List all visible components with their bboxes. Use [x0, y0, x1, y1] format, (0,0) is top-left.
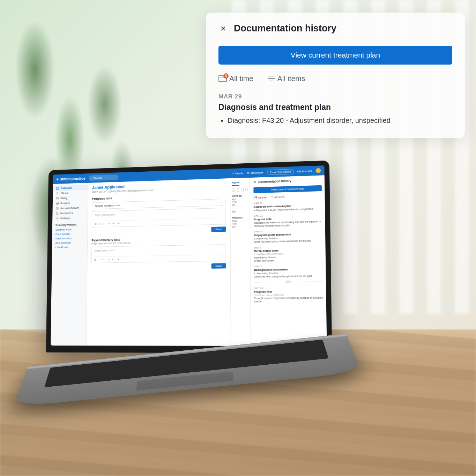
calendar-badge-icon: [218, 75, 227, 82]
people-icon: [56, 192, 59, 195]
callout-entry-title: Diagnosis and treatment plan: [218, 103, 452, 112]
doc-history-title: Documentation history: [258, 179, 291, 184]
filter-items[interactable]: ☰ All items: [271, 195, 284, 199]
save-psych-button[interactable]: Save: [211, 263, 226, 269]
italic-icon[interactable]: I: [99, 223, 100, 226]
svg-rect-7: [58, 202, 59, 204]
italic-icon[interactable]: I: [98, 258, 99, 261]
editor-placeholder: Begin typing here...: [95, 247, 223, 255]
sidebar: Calendar Clients Billing Reports: [51, 183, 88, 345]
entry-body: Discussed the reason for overthinking an…: [254, 220, 322, 228]
filter-time-label: All time: [229, 74, 253, 83]
sidebar-item-label: Clients: [61, 192, 69, 195]
sidebar-item-label: Reports: [60, 201, 69, 204]
svg-rect-5: [56, 203, 57, 204]
app-body: Calendar Clients Billing Reports: [51, 175, 327, 346]
history-entry[interactable]: MAR 5 Mental status exam CLINICIAN: WILL…: [254, 245, 322, 262]
card-icon: [56, 197, 59, 200]
laptop-bezel: simplepractice ⌕ Search + Create ✉ Messa…: [46, 161, 332, 354]
callout-title: Documentation history: [234, 23, 336, 34]
list-icon[interactable]: ≡: [102, 258, 103, 261]
create-button[interactable]: + Create: [232, 171, 244, 175]
search-placeholder: Search: [93, 176, 102, 179]
filter-items-label: All items: [274, 195, 284, 199]
sidebar-item-label: Billing: [60, 196, 67, 200]
chevron-down-icon: ▾: [221, 201, 223, 204]
messages-label: Messages: [251, 171, 263, 174]
entry-body: Appearance: Normal Dress: Appropriate: [254, 255, 323, 262]
numlist-icon[interactable]: ⋮≡: [106, 222, 110, 225]
create-label: Create: [235, 171, 244, 175]
my-account-link[interactable]: My Account: [297, 169, 312, 173]
undo-icon[interactable]: ↶: [112, 222, 115, 225]
filter-time[interactable]: All time: [218, 74, 253, 83]
list-icon[interactable]: ≡: [102, 223, 103, 226]
svg-rect-0: [57, 187, 59, 189]
callout-entry-date: MAR 29: [218, 93, 452, 100]
edit-link[interactable]: Edit: [232, 210, 236, 213]
editor-toolbar: B I ≡ ⋮≡ ↶ ↷: [95, 218, 223, 227]
entry-body: 1. Presenting Problem: Jamie has been us…: [254, 271, 323, 278]
view-treatment-plan-button[interactable]: View current treatment plan: [253, 185, 322, 193]
recent-heading: Recently Viewed: [52, 220, 88, 228]
gear-icon: [56, 217, 59, 220]
svg-rect-6: [57, 203, 58, 204]
calendar-badge-icon: [254, 196, 257, 199]
numlist-icon[interactable]: ⋮≡: [106, 258, 110, 261]
view-icon[interactable]: [241, 188, 244, 191]
plus-icon: +: [232, 172, 234, 175]
editor-toolbar: B I ≡ ⋮≡ ↶ ↷: [95, 254, 223, 263]
laptop-device: simplepractice ⌕ Search + Create ✉ Messa…: [21, 164, 356, 417]
tab-appointments[interactable]: Appoi: [232, 181, 239, 186]
redo-icon[interactable]: ↷: [117, 222, 120, 225]
progress-note-editor[interactable]: Begin typing here... B I ≡ ⋮≡ ↶ ↷: [92, 208, 226, 228]
bold-icon[interactable]: B: [95, 258, 96, 261]
callout-entry-body: Diagnosis: F43.20 - Adjustment disorder,…: [218, 116, 452, 126]
filter-icon: [267, 76, 275, 81]
psych-note-editor[interactable]: Begin typing here... B I ≡ ⋮≡ ↶ ↷: [91, 244, 226, 263]
template-select[interactable]: Simple progress note ▾: [92, 199, 226, 209]
view-icon[interactable]: [232, 188, 235, 192]
strip-line: (54: [232, 225, 248, 228]
close-icon[interactable]: ✕: [253, 180, 256, 184]
chart-icon: [56, 202, 59, 205]
earn-credit-pill[interactable]: Earn Free Credit: [267, 169, 294, 175]
filter-time-label: All time: [258, 196, 267, 199]
recent-client[interactable]: Lilly Alonso: [52, 245, 87, 250]
history-entry[interactable]: MAR 29 Diagnosis and treatment plan Diag…: [254, 200, 322, 212]
history-entry[interactable]: DEC 24 Progress note CLINICIAN: WILL MOR…: [254, 287, 323, 303]
undo-icon[interactable]: ↶: [112, 258, 114, 261]
avatar[interactable]: [316, 168, 321, 173]
history-entry[interactable]: MAR 23 Progress note Discussed the reaso…: [254, 213, 322, 228]
laptop-screen: simplepractice ⌕ Search + Create ✉ Messa…: [51, 165, 327, 346]
svg-point-2: [57, 192, 58, 193]
close-icon[interactable]: ✕: [218, 24, 228, 33]
year-divider: 2021: [254, 280, 323, 283]
strip-line: (54: [232, 203, 248, 207]
sidebar-item-label: Calendar: [61, 186, 72, 190]
save-progress-button[interactable]: Save: [211, 226, 226, 232]
filter-items[interactable]: All items: [267, 74, 305, 83]
sidebar-item-label: Reminders: [60, 211, 73, 215]
doc-history-panel: ✕ Documentation history View current tre…: [250, 175, 327, 346]
main-column: Jamie Appleseed 08/07/1981 (41) | (805) …: [87, 175, 327, 346]
bold-icon[interactable]: B: [95, 223, 97, 226]
view-treatment-plan-button[interactable]: View current treatment plan: [218, 46, 452, 65]
filter-time[interactable]: All time: [254, 196, 267, 199]
messages-link[interactable]: ✉ Messages: [247, 171, 263, 174]
redo-icon[interactable]: ↷: [117, 258, 119, 261]
history-entry[interactable]: JAN 15 Demographics information 1. Prese…: [254, 264, 323, 278]
view-icon[interactable]: [245, 188, 248, 191]
search-icon: ⌕: [91, 177, 92, 180]
chat-icon: ✉: [247, 171, 250, 174]
callout-entry-bullet: Diagnosis: F43.20 - Adjustment disorder,…: [228, 116, 452, 126]
doc-history-callout: ✕ Documentation history View current tre…: [206, 13, 465, 138]
entry-body: 1. Presenting Problem: Jamie has been us…: [254, 236, 322, 244]
filter-icon: ☰: [271, 196, 273, 199]
brand-logo[interactable]: simplepractice: [56, 176, 85, 181]
search-input[interactable]: ⌕ Search: [89, 174, 119, 181]
entry-body: Thought process: Expressed overthinking …: [254, 296, 323, 303]
history-entry[interactable]: MAR 15 Biopsychosocial assessment 1. Pre…: [254, 229, 322, 244]
view-icon[interactable]: [237, 188, 239, 192]
template-select-value: Simple progress note: [95, 203, 120, 207]
